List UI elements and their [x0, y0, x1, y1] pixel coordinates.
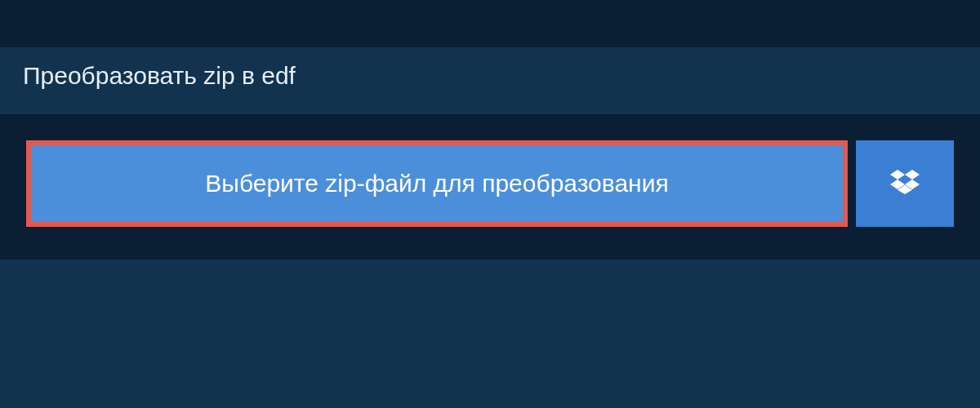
tab-title: Преобразовать zip в edf: [23, 62, 296, 89]
header-bar: [0, 0, 980, 47]
tab-convert[interactable]: Преобразовать zip в edf: [0, 47, 320, 109]
dropbox-button[interactable]: [856, 140, 954, 227]
select-file-button[interactable]: Выберите zip-файл для преобразования: [26, 140, 848, 227]
button-row: Выберите zip-файл для преобразования: [26, 140, 954, 227]
dropbox-icon: [890, 167, 920, 200]
select-file-label: Выберите zip-файл для преобразования: [205, 170, 668, 197]
content-area: Выберите zip-файл для преобразования: [0, 114, 980, 259]
